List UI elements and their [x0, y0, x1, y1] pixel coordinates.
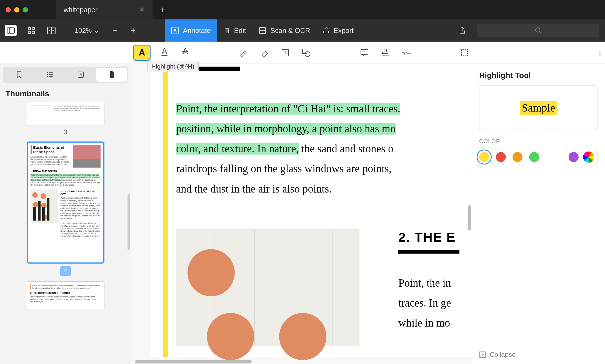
- share-icon: [459, 27, 466, 34]
- export-label: Export: [334, 27, 354, 35]
- thumbnail-list: one-dimensional objects, have an regarde…: [0, 102, 131, 364]
- text-box-tool[interactable]: T: [278, 46, 292, 60]
- color-swatches: [479, 149, 598, 165]
- shape-tool[interactable]: [299, 46, 313, 60]
- divider: [64, 25, 64, 36]
- color-red[interactable]: [496, 152, 506, 162]
- highlight-tool[interactable]: A: [133, 45, 151, 61]
- strikethrough-tool[interactable]: A: [178, 45, 192, 59]
- outline-tab[interactable]: [35, 68, 66, 82]
- signature-tool[interactable]: [399, 46, 413, 60]
- zoom-value: 102%: [75, 27, 92, 34]
- svg-point-32: [467, 55, 468, 56]
- annotations-tab[interactable]: A: [66, 68, 96, 82]
- svg-point-23: [305, 52, 310, 57]
- text-edit-icon: T: [223, 27, 230, 34]
- shape-icon: [301, 48, 311, 57]
- document-viewport[interactable]: Point, the interpretation of "Ci Hai" is…: [131, 64, 472, 364]
- sidebar-toggle-button[interactable]: [5, 25, 17, 36]
- scrollbar-vertical[interactable]: [468, 205, 471, 230]
- svg-point-33: [47, 72, 48, 73]
- close-window-icon[interactable]: [6, 7, 11, 12]
- sidebar-tabs: A: [3, 67, 128, 83]
- annotate-mode-button[interactable]: A Annotate: [165, 19, 217, 42]
- document-tab[interactable]: whitepaper ✕: [56, 0, 152, 19]
- svg-point-37: [47, 76, 48, 77]
- export-button[interactable]: Export: [316, 19, 360, 42]
- scan-ocr-button[interactable]: Scan & OCR: [252, 19, 316, 42]
- close-tab-icon[interactable]: ✕: [139, 6, 145, 14]
- body-text[interactable]: Point, the interpretation of "Ci Hai" is…: [176, 99, 472, 199]
- fullscreen-window-icon[interactable]: [23, 7, 28, 12]
- reader-view-button[interactable]: [41, 19, 62, 42]
- underline-tool[interactable]: A: [158, 45, 171, 59]
- svg-point-31: [461, 55, 462, 56]
- window-controls: [0, 7, 34, 12]
- edit-mode-button[interactable]: T Edit: [217, 19, 252, 42]
- stamp-tool[interactable]: [378, 46, 392, 60]
- search-input[interactable]: [477, 24, 599, 37]
- collapse-label: Collapse: [490, 351, 516, 358]
- grid-icon: [28, 27, 35, 34]
- body-text-run: the sand and stones o: [299, 143, 393, 155]
- svg-rect-4: [28, 31, 31, 34]
- share-button[interactable]: [453, 19, 472, 42]
- eraser-tool[interactable]: [258, 46, 271, 60]
- search-icon: [535, 27, 542, 34]
- book-icon: [47, 27, 56, 34]
- svg-point-30: [467, 49, 468, 50]
- scrollbar-thumb[interactable]: [128, 194, 130, 250]
- thumbnail-item[interactable]: Basic Elements of Plane Space Any art co…: [6, 141, 125, 276]
- svg-text:T: T: [225, 27, 229, 34]
- left-sidebar: A Thumbnails one-dimensional objects, ha…: [0, 64, 131, 364]
- collapse-panel-button[interactable]: Collapse: [479, 351, 516, 358]
- annotate-icon: A: [171, 27, 179, 34]
- main-toolbar: 102% ⌄ − + A Annotate T Edit Scan & OCR …: [0, 19, 605, 42]
- eraser-icon: [260, 48, 269, 57]
- note-icon: [360, 49, 369, 57]
- new-tab-button[interactable]: ＋: [152, 4, 172, 16]
- svg-rect-22: [302, 49, 307, 54]
- selection-icon: [460, 48, 469, 57]
- zoom-out-button[interactable]: −: [108, 26, 122, 35]
- zoom-level[interactable]: 102% ⌄: [66, 27, 108, 34]
- ink-tool[interactable]: [237, 46, 251, 60]
- bookmarks-tab[interactable]: [4, 68, 35, 82]
- page-icon: [109, 71, 115, 79]
- note-tool[interactable]: [358, 46, 371, 60]
- annotation-toolbar: A A A T ‖ Highlight (⌘^H): [0, 42, 605, 64]
- thumb-heading: 2. THE EXPRESSION OF THE DOT: [61, 190, 101, 196]
- right-sidebar: Highlight Tool Sample COLOR Collapse: [472, 64, 605, 364]
- minimize-window-icon[interactable]: [14, 7, 19, 12]
- highlighted-text[interactable]: position, while in morphology, a point a…: [176, 123, 396, 135]
- thumbnail-item[interactable]: one-dimensional objects, have an regarde…: [6, 102, 125, 136]
- svg-point-25: [362, 51, 363, 52]
- body-text[interactable]: Point, the in traces. In ge while in mo: [398, 273, 472, 333]
- highlighted-text[interactable]: color, and texture. In nature,: [176, 143, 299, 155]
- svg-rect-5: [32, 31, 34, 34]
- svg-point-29: [461, 49, 462, 50]
- select-area-tool[interactable]: [458, 46, 471, 60]
- collapse-icon: [479, 351, 486, 358]
- sample-text: Sample: [520, 101, 557, 115]
- marker-icon: [239, 48, 248, 57]
- highlighted-text[interactable]: Point, the interpretation of "Ci Hai" is…: [176, 103, 400, 115]
- drag-handle-icon[interactable]: ‖: [598, 49, 601, 56]
- thumbnails-tab[interactable]: [96, 68, 127, 82]
- body-text-run: and the dust in the air is also points.: [176, 183, 332, 195]
- signature-icon: [401, 49, 412, 57]
- svg-point-35: [47, 74, 48, 75]
- color-wheel-icon[interactable]: [583, 151, 594, 163]
- page-number: 3: [64, 128, 67, 136]
- thumbnail-item[interactable]: Points also have dominant and recessive …: [6, 281, 125, 309]
- zoom-in-button[interactable]: +: [126, 26, 140, 35]
- color-purple[interactable]: [569, 152, 579, 162]
- svg-rect-3: [32, 27, 34, 30]
- grid-view-button[interactable]: [22, 19, 41, 42]
- color-orange[interactable]: [512, 152, 522, 162]
- color-green[interactable]: [529, 152, 539, 162]
- scrollbar-horizontal[interactable]: [135, 360, 252, 363]
- svg-text:A: A: [174, 28, 177, 33]
- annotation-list-icon: A: [77, 71, 84, 78]
- color-yellow[interactable]: [479, 152, 489, 162]
